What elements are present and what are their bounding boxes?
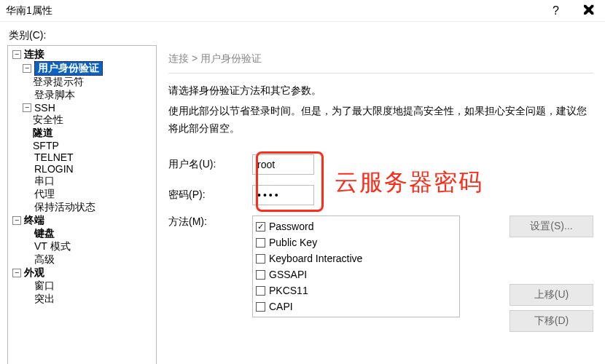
username-input[interactable] bbox=[252, 154, 314, 175]
tree-appearance[interactable]: 外观 bbox=[24, 266, 44, 280]
tree-login-script[interactable]: 登录脚本 bbox=[34, 89, 75, 102]
collapse-icon[interactable]: − bbox=[23, 103, 31, 112]
username-label: 用户名(U): bbox=[168, 158, 252, 171]
password-input[interactable] bbox=[252, 185, 314, 205]
tree-telnet[interactable]: TELNET bbox=[34, 151, 74, 163]
category-tree[interactable]: −连接 −用户身份验证 登录提示符 登录脚本 −SSH 安全性 隧道 SFTP … bbox=[7, 45, 157, 364]
breadcrumb: 连接 > 用户身份验证 bbox=[168, 52, 593, 74]
checkbox-icon[interactable] bbox=[256, 238, 265, 248]
description-1: 请选择身份验证方法和其它参数。 bbox=[168, 82, 593, 100]
tree-security[interactable]: 安全性 bbox=[33, 114, 63, 127]
tree-rlogin[interactable]: RLOGIN bbox=[34, 163, 74, 175]
tree-sftp[interactable]: SFTP bbox=[33, 140, 59, 151]
tree-highlight[interactable]: 突出 bbox=[34, 293, 55, 306]
checkbox-icon[interactable] bbox=[256, 254, 265, 264]
movedown-button[interactable]: 下移(D) bbox=[510, 310, 593, 332]
tree-login-prompt[interactable]: 登录提示符 bbox=[33, 76, 84, 89]
window-title: 华南1属性 bbox=[6, 4, 539, 17]
tree-keyboard[interactable]: 键盘 bbox=[34, 227, 55, 240]
method-publickey[interactable]: Public Key bbox=[256, 234, 456, 250]
setup-button[interactable]: 设置(S)... bbox=[510, 215, 593, 237]
checkbox-icon[interactable] bbox=[256, 302, 265, 312]
help-button[interactable]: ? bbox=[539, 0, 572, 22]
method-password[interactable]: ✓Password bbox=[256, 218, 456, 234]
collapse-icon[interactable]: − bbox=[12, 50, 21, 59]
moveup-button[interactable]: 上移(U) bbox=[510, 284, 593, 306]
tree-ssh[interactable]: SSH bbox=[34, 102, 55, 114]
tree-tunnel[interactable]: 隧道 bbox=[33, 127, 53, 140]
title-bar: 华南1属性 ? 🗙 bbox=[0, 0, 605, 22]
category-label: 类别(C): bbox=[9, 29, 598, 42]
tree-user-auth[interactable]: 用户身份验证 bbox=[34, 61, 103, 76]
password-label: 密码(P): bbox=[168, 189, 252, 202]
methods-listbox[interactable]: ✓Password Public Key Keyboard Interactiv… bbox=[252, 215, 460, 317]
description-2: 使用此部分以节省登录时间。但是，为了最大限度地提高安全性，如果担心安全问题，建议… bbox=[168, 103, 593, 138]
collapse-icon[interactable]: − bbox=[12, 216, 21, 225]
checkbox-icon[interactable]: ✓ bbox=[256, 222, 265, 232]
checkbox-icon[interactable] bbox=[256, 270, 265, 280]
method-capi[interactable]: CAPI bbox=[256, 298, 456, 314]
tree-advanced[interactable]: 高级 bbox=[34, 253, 55, 266]
close-button[interactable]: 🗙 bbox=[572, 0, 605, 22]
tree-keepalive[interactable]: 保持活动状态 bbox=[34, 201, 95, 214]
collapse-icon[interactable]: − bbox=[23, 64, 31, 73]
tree-window[interactable]: 窗口 bbox=[34, 280, 55, 293]
method-gssapi[interactable]: GSSAPI bbox=[256, 266, 456, 282]
method-kbi[interactable]: Keyboard Interactive bbox=[256, 250, 456, 266]
tree-vtmode[interactable]: VT 模式 bbox=[34, 240, 71, 253]
method-pkcs11[interactable]: PKCS11 bbox=[256, 282, 456, 298]
tree-terminal[interactable]: 终端 bbox=[24, 214, 44, 227]
tree-proxy[interactable]: 代理 bbox=[34, 188, 55, 201]
settings-panel: 连接 > 用户身份验证 请选择身份验证方法和其它参数。 使用此部分以节省登录时间… bbox=[164, 45, 598, 364]
checkbox-icon[interactable] bbox=[256, 286, 265, 296]
methods-label: 方法(M): bbox=[168, 215, 252, 229]
tree-connection[interactable]: 连接 bbox=[24, 48, 44, 61]
collapse-icon[interactable]: − bbox=[12, 269, 21, 277]
tree-serial[interactable]: 串口 bbox=[34, 175, 55, 188]
